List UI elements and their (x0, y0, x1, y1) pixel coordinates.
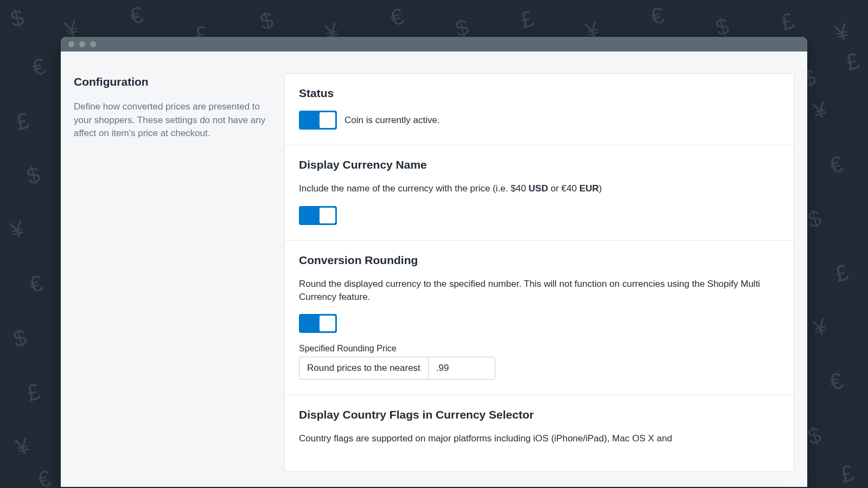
close-icon[interactable] (68, 41, 74, 47)
rounding-value-input[interactable] (428, 357, 495, 380)
country-flags-description: Country flags are supported on major pla… (299, 432, 780, 445)
window-titlebar (61, 37, 807, 52)
display-currency-toggle[interactable] (299, 206, 337, 225)
conversion-rounding-title: Conversion Rounding (299, 254, 780, 267)
country-flags-panel: Display Country Flags in Currency Select… (285, 395, 794, 471)
settings-main: Status Coin is currently active. Display… (284, 73, 794, 472)
app-window: Configuration Define how converted price… (61, 37, 807, 487)
minimize-icon[interactable] (79, 41, 85, 47)
conversion-rounding-panel: Conversion Rounding Round the displayed … (285, 241, 794, 396)
rounding-field-label: Specified Rounding Price (299, 344, 780, 354)
rounding-prefix-label: Round prices to the nearest (299, 357, 428, 380)
sidebar-title: Configuration (74, 75, 271, 88)
rounding-input-group: Round prices to the nearest (299, 357, 780, 380)
settings-sidebar: Configuration Define how converted price… (74, 73, 271, 472)
conversion-rounding-description: Round the displayed currency to the spec… (299, 278, 780, 304)
status-toggle-label: Coin is currently active. (344, 115, 440, 126)
maximize-icon[interactable] (90, 41, 96, 47)
conversion-rounding-toggle[interactable] (299, 314, 337, 333)
status-toggle[interactable] (299, 111, 337, 130)
display-currency-title: Display Currency Name (299, 158, 780, 171)
sidebar-description: Define how converted prices are presente… (74, 100, 271, 140)
settings-card: Status Coin is currently active. Display… (284, 73, 794, 472)
display-currency-description: Include the name of the currency with th… (299, 182, 780, 195)
status-title: Status (299, 87, 780, 100)
status-panel: Status Coin is currently active. (285, 74, 794, 145)
country-flags-title: Display Country Flags in Currency Select… (299, 408, 780, 421)
display-currency-panel: Display Currency Name Include the name o… (285, 145, 794, 241)
